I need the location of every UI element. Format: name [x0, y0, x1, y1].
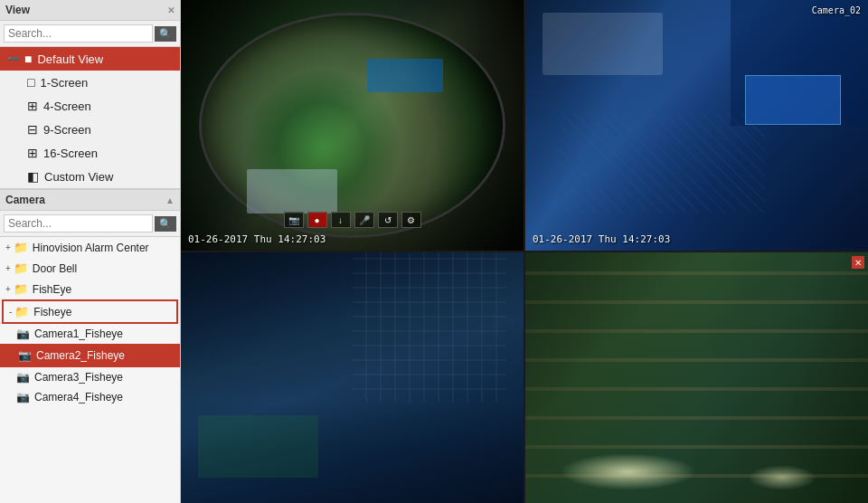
expand-icon: + [5, 263, 11, 273]
camera-item-2[interactable]: 📷 Camera2_Fisheye [0, 344, 180, 367]
sidebar: View ✕ 🔍 ➖ ■ Default View □ 1-Screen ⊞ 4… [0, 0, 181, 503]
folder-icon: 📁 [14, 282, 28, 296]
view-item-label: Default View [37, 52, 103, 66]
folder-icon: 📁 [14, 261, 28, 275]
camera-group-fisheye-lower[interactable]: - 📁 Fisheye [2, 299, 178, 324]
camera-group-label: Hinovision Alarm Center [33, 242, 149, 254]
settings-btn[interactable]: ⚙ [401, 212, 421, 228]
close-button-4[interactable]: ✕ [852, 256, 864, 269]
video-cell-top-left[interactable]: 📷 ● ↓ 🎤 ↺ ⚙ 01-26-2017 Thu 14:27:03 [181, 0, 524, 251]
video-timestamp-2: 01-26-2017 Thu 14:27:03 [533, 233, 670, 245]
video-toolbar: 📷 ● ↓ 🎤 ↺ ⚙ [284, 212, 421, 228]
video-cell-top-right[interactable]: Camera_02 01-26-2017 Thu 14:27:03 [525, 0, 868, 251]
camera-collapse-icon[interactable]: ▲ [165, 195, 175, 205]
view-title: View [5, 4, 30, 16]
screen-reflection-1 [367, 59, 442, 92]
camera-section-header: Camera ▲ [0, 189, 180, 211]
video-overlay-3 [181, 252, 524, 503]
camera-group-label: Fisheye [33, 306, 71, 318]
refresh-btn[interactable]: ↺ [378, 212, 398, 228]
4screen-icon: ⊞ [27, 99, 38, 113]
snapshot-btn[interactable]: 📷 [284, 212, 304, 228]
view-item-default[interactable]: ➖ ■ Default View [0, 47, 180, 71]
green-area-3 [198, 415, 318, 478]
video-grid: 📷 ● ↓ 🎤 ↺ ⚙ 01-26-2017 Thu 14:27:03 Came… [181, 0, 868, 503]
download-btn[interactable]: ↓ [331, 212, 351, 228]
view-item-label: 1-Screen [40, 76, 88, 90]
view-search-input[interactable] [4, 24, 153, 43]
camera-label: Camera4_Fisheye [34, 391, 123, 403]
camera-tree: + 📁 Hinovision Alarm Center + 📁 Door Bel… [0, 237, 180, 503]
camera-icon: 📷 [16, 391, 30, 403]
camera-group-label: Door Bell [33, 262, 77, 275]
expand-icon: + [5, 242, 11, 252]
camera-group-doorbell[interactable]: + 📁 Door Bell [0, 258, 180, 279]
camera-section: Camera ▲ 🔍 + 📁 Hinovision Alarm Center +… [0, 189, 180, 503]
video-overlay-2 [525, 0, 868, 251]
ceiling-light-2 [542, 13, 663, 75]
view-collapse-icon[interactable]: ✕ [167, 5, 175, 15]
view-item-label: Custom View [44, 170, 113, 184]
camera-label: Camera3_Fisheye [34, 371, 123, 384]
camera-search-button[interactable]: 🔍 [155, 216, 176, 232]
view-list: ➖ ■ Default View □ 1-Screen ⊞ 4-Screen ⊟… [0, 47, 180, 188]
fisheye-lens-1 [202, 15, 504, 236]
camera-group-hinovision[interactable]: + 📁 Hinovision Alarm Center [0, 237, 180, 258]
camera-item-4[interactable]: 📷 Camera4_Fisheye [0, 387, 180, 407]
video-timestamp-1: 01-26-2017 Thu 14:27:03 [188, 233, 326, 245]
view-item-16screen[interactable]: ⊞ 16-Screen [0, 141, 180, 165]
default-view-icon: ■ [24, 52, 32, 66]
camera-group-fisheye-upper[interactable]: + 📁 FishEye [0, 279, 180, 299]
9screen-icon: ⊟ [27, 122, 38, 137]
shelves-bg [525, 252, 868, 503]
video-feed-3 [181, 252, 524, 503]
camera-item-3[interactable]: 📷 Camera3_Fisheye [0, 367, 180, 387]
camera-group-label: FishEye [33, 283, 71, 296]
camera-search-bar: 🔍 [0, 211, 180, 237]
video-feed-4 [525, 252, 868, 503]
video-feed-2 [525, 0, 868, 251]
camera-icon: 📷 [16, 371, 30, 384]
camera-label: Camera1_Fisheye [34, 327, 123, 340]
16screen-icon: ⊞ [27, 146, 38, 160]
view-search-button[interactable]: 🔍 [155, 26, 176, 42]
folder-icon: 📁 [14, 305, 29, 318]
light-reflection-1 [247, 169, 337, 214]
record-btn[interactable]: ● [307, 212, 327, 228]
distortion-lines-2 [560, 113, 765, 214]
video-cam-label-2: Camera_02 [812, 5, 861, 15]
view-item-4screen[interactable]: ⊞ 4-Screen [0, 94, 180, 118]
minus-icon: ➖ [7, 52, 21, 65]
light-source-4 [560, 453, 697, 491]
light-source-4b [748, 465, 816, 490]
camera-search-input[interactable] [4, 214, 153, 233]
camera-item-1[interactable]: 📷 Camera1_Fisheye [0, 324, 180, 344]
view-item-custom[interactable]: ◧ Custom View [0, 165, 180, 188]
view-search-bar: 🔍 [0, 21, 180, 47]
camera-label: Camera2_Fisheye [36, 349, 125, 362]
view-item-1screen[interactable]: □ 1-Screen [0, 71, 180, 94]
camera-title: Camera [5, 194, 45, 206]
expand-icon: + [5, 284, 11, 294]
view-item-label: 16-Screen [43, 147, 98, 160]
camera-icon: 📷 [18, 349, 32, 362]
video-cell-bottom-left[interactable] [181, 252, 524, 503]
view-item-label: 9-Screen [43, 123, 91, 137]
video-cell-bottom-right[interactable]: ✕ [525, 252, 868, 503]
view-section-header: View ✕ [0, 0, 180, 21]
ceiling-grid-3 [353, 252, 507, 403]
audio-btn[interactable]: 🎤 [354, 212, 374, 228]
1screen-icon: □ [27, 75, 34, 90]
camera-icon: 📷 [16, 327, 30, 340]
custom-view-icon: ◧ [27, 169, 39, 184]
folder-icon: 📁 [14, 241, 28, 254]
expand-icon: - [9, 307, 12, 317]
view-item-label: 4-Screen [43, 100, 91, 113]
view-item-9screen[interactable]: ⊟ 9-Screen [0, 118, 180, 141]
